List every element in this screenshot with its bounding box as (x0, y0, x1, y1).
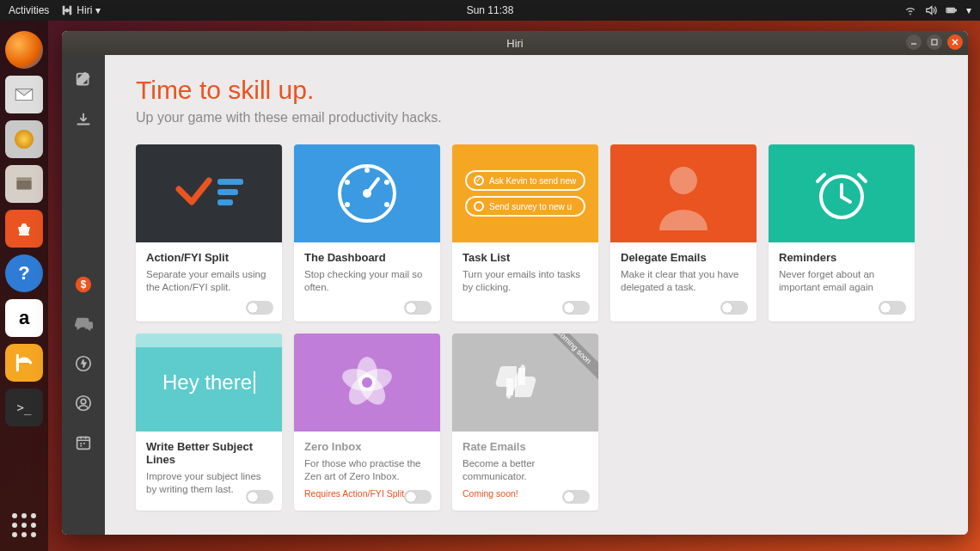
card-title: The Dashboard (304, 251, 430, 264)
svg-rect-1 (955, 9, 956, 11)
svg-rect-5 (932, 40, 937, 45)
window-titlebar[interactable]: Hiri (62, 31, 968, 55)
card-title: Zero Inbox (304, 440, 430, 453)
calendar-icon[interactable] (70, 430, 96, 456)
dock-files[interactable] (5, 165, 43, 203)
bolt-circle-icon[interactable] (70, 351, 96, 377)
card-title: Write Better Subject Lines (146, 440, 272, 466)
svg-point-23 (670, 167, 697, 194)
chat-icon[interactable] (70, 311, 96, 337)
page-subtitle: Up your game with these email productivi… (136, 110, 942, 126)
topbar-app-name: Hiri (77, 4, 92, 16)
toggle[interactable] (879, 301, 906, 315)
card-hero: Hey there (136, 334, 282, 432)
card-hero (294, 144, 440, 242)
hiri-small-icon (61, 4, 73, 16)
volume-icon[interactable] (925, 4, 937, 16)
dock-hiri[interactable] (5, 344, 43, 382)
system-topbar: Activities Hiri ▾ Sun 11:38 ▾ (0, 0, 980, 21)
card-title: Rate Emails (462, 440, 588, 453)
hero-text: Hey there (162, 370, 252, 395)
page-title: Time to skill up. (136, 76, 942, 105)
card-hero (769, 144, 915, 242)
card-desc: Stop checking your mail so often. (304, 268, 430, 294)
card-title: Delegate Emails (621, 251, 746, 264)
window-minimize-button[interactable] (906, 34, 922, 50)
hiri-window: Hiri $ Time to skill up. Up your game wi… (62, 31, 968, 535)
card-zero-inbox[interactable]: Zero InboxFor those who practise the Zen… (294, 334, 440, 511)
card-delegate[interactable]: Delegate EmailsMake it clear that you ha… (610, 144, 756, 321)
dock-software[interactable] (5, 210, 43, 248)
svg-rect-14 (217, 189, 238, 195)
window-maximize-button[interactable] (927, 34, 942, 50)
wifi-icon[interactable] (904, 4, 916, 16)
svg-point-18 (384, 180, 389, 185)
activities-button[interactable]: Activities (9, 4, 49, 16)
dock-amazon[interactable]: a (5, 299, 43, 337)
svg-point-19 (345, 180, 350, 185)
topbar-clock[interactable]: Sun 11:38 (467, 4, 514, 16)
main-content: Time to skill up. Up your game with thes… (105, 55, 968, 535)
card-reminders[interactable]: RemindersNever forget about an important… (769, 144, 915, 321)
skills-grid: Action/FYI SplitSeparate your emails usi… (136, 144, 942, 511)
dock-rhythmbox[interactable] (5, 120, 43, 158)
dock-firefox[interactable] (5, 31, 43, 69)
download-icon[interactable] (70, 107, 96, 132)
toggle[interactable] (562, 301, 590, 315)
card-tasklist[interactable]: Ask Kevin to send new Send survey to new… (452, 144, 598, 321)
card-hero: Coming soon (452, 334, 598, 432)
toggle[interactable] (246, 301, 273, 315)
svg-point-20 (384, 202, 389, 207)
dock-help[interactable]: ? (5, 254, 43, 292)
toggle[interactable] (404, 301, 432, 315)
card-desc: For those who practise the Zen art of Ze… (304, 457, 430, 483)
svg-rect-2 (947, 9, 953, 12)
svg-point-11 (81, 399, 86, 404)
toggle[interactable] (562, 490, 590, 504)
svg-rect-13 (217, 179, 243, 185)
toggle[interactable] (246, 490, 273, 504)
card-desc: Become a better communicator. (462, 457, 588, 483)
svg-point-21 (345, 202, 350, 207)
card-action-fyi[interactable]: Action/FYI SplitSeparate your emails usi… (136, 144, 282, 321)
svg-rect-3 (16, 181, 31, 190)
card-desc: Separate your emails using the Action/FY… (146, 268, 272, 294)
card-hero (136, 144, 282, 242)
card-title: Action/FYI Split (146, 251, 272, 264)
task-pill: Ask Kevin to send new (465, 170, 585, 191)
toggle[interactable] (720, 301, 748, 315)
svg-rect-15 (217, 199, 233, 205)
pricing-icon[interactable]: $ (70, 272, 96, 297)
compose-icon[interactable] (70, 67, 96, 93)
card-hero: Ask Kevin to send new Send survey to new… (452, 144, 598, 242)
card-desc: Make it clear that you have delegated a … (621, 268, 746, 294)
dock-terminal[interactable]: >_ (5, 389, 43, 426)
card-title: Task List (462, 251, 588, 264)
card-desc: Turn your emails into tasks by clicking. (462, 268, 588, 294)
topbar-app-indicator[interactable]: Hiri ▾ (61, 4, 101, 16)
svg-rect-4 (16, 177, 31, 180)
window-title: Hiri (506, 37, 524, 50)
svg-point-17 (364, 168, 370, 173)
hiri-sidebar: $ (62, 55, 105, 535)
toggle[interactable] (404, 490, 432, 504)
card-subject-lines[interactable]: Hey there Write Better Subject LinesImpr… (136, 334, 282, 511)
card-hero (610, 144, 756, 242)
svg-point-22 (363, 189, 371, 198)
svg-text:$: $ (81, 279, 87, 291)
svg-point-30 (362, 377, 372, 388)
battery-icon[interactable] (946, 4, 958, 16)
profile-icon[interactable] (70, 390, 96, 416)
card-rate-emails[interactable]: Coming soon Rate EmailsBecome a better c… (452, 334, 598, 511)
dock-show-apps[interactable] (7, 508, 41, 542)
task-pill: Send survey to new u (465, 196, 585, 217)
card-desc: Never forget about an important email ag… (779, 268, 904, 294)
system-menu-caret[interactable]: ▾ (966, 4, 971, 16)
card-dashboard[interactable]: The DashboardStop checking your mail so … (294, 144, 440, 321)
window-close-button[interactable] (947, 34, 963, 50)
ubuntu-dock: ? a >_ (0, 21, 48, 551)
card-title: Reminders (779, 251, 904, 264)
dock-mail[interactable] (5, 76, 43, 113)
card-hero (294, 334, 440, 432)
